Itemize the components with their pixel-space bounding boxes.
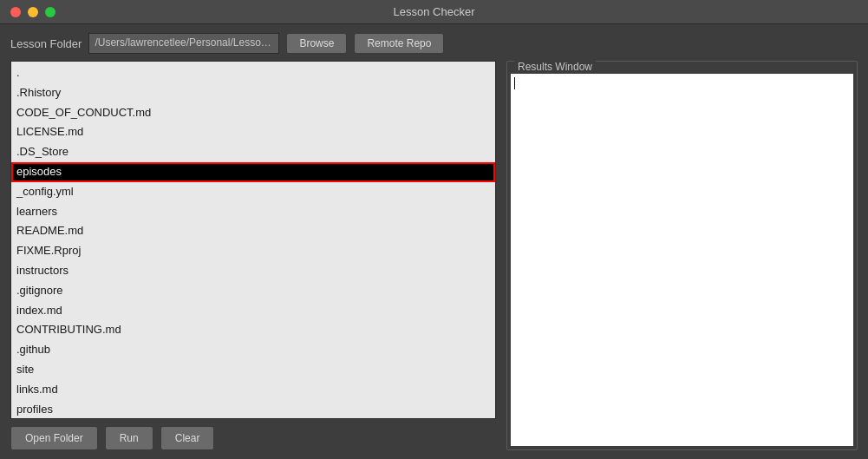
list-item[interactable]: LICENSE.md xyxy=(11,122,495,142)
list-item[interactable]: learners xyxy=(11,202,495,222)
browse-button[interactable]: Browse xyxy=(286,33,347,54)
panels: ..RhistoryCODE_OF_CONDUCT.mdLICENSE.md.D… xyxy=(10,61,858,450)
file-list-container: ..RhistoryCODE_OF_CONDUCT.mdLICENSE.md.D… xyxy=(10,61,496,419)
list-item[interactable]: episodes xyxy=(11,162,495,182)
text-cursor xyxy=(514,77,515,89)
title-bar: Lesson Checker xyxy=(0,0,868,24)
close-button[interactable] xyxy=(10,7,21,17)
left-panel: ..RhistoryCODE_OF_CONDUCT.mdLICENSE.md.D… xyxy=(10,61,496,450)
results-label: Results Window xyxy=(514,61,596,73)
open-folder-button[interactable]: Open Folder xyxy=(10,426,98,450)
right-panel: Results Window xyxy=(506,61,858,450)
results-area[interactable] xyxy=(511,74,853,446)
clear-button[interactable]: Clear xyxy=(160,426,215,450)
list-item[interactable]: .gitignore xyxy=(11,281,495,301)
list-item[interactable]: _config.yml xyxy=(11,182,495,202)
list-item[interactable]: FIXME.Rproj xyxy=(11,241,495,261)
remote-repo-button[interactable]: Remote Repo xyxy=(354,33,444,54)
list-item[interactable]: . xyxy=(11,63,495,83)
folder-path-display: /Users/lawrencetlee/Personal/Lesson Job/… xyxy=(88,33,279,54)
list-item[interactable]: instructors xyxy=(11,261,495,281)
top-bar: Lesson Folder /Users/lawrencetlee/Person… xyxy=(10,33,858,54)
list-item[interactable]: .Rhistory xyxy=(11,83,495,103)
list-item[interactable]: CONTRIBUTING.md xyxy=(11,320,495,340)
app-title: Lesson Checker xyxy=(394,5,475,18)
list-item[interactable]: site xyxy=(11,360,495,380)
bottom-buttons: Open Folder Run Clear xyxy=(10,426,496,450)
list-item[interactable]: links.md xyxy=(11,380,495,400)
list-item[interactable]: .DS_Store xyxy=(11,142,495,162)
list-item[interactable]: README.md xyxy=(11,221,495,241)
window-controls[interactable] xyxy=(10,7,55,17)
list-item[interactable]: CODE_OF_CONDUCT.md xyxy=(11,103,495,123)
folder-label: Lesson Folder xyxy=(10,37,82,50)
list-item[interactable]: .github xyxy=(11,340,495,360)
minimize-button[interactable] xyxy=(28,7,38,17)
list-item[interactable]: profiles xyxy=(11,400,495,418)
file-list[interactable]: ..RhistoryCODE_OF_CONDUCT.mdLICENSE.md.D… xyxy=(11,62,495,418)
main-content: Lesson Folder /Users/lawrencetlee/Person… xyxy=(0,24,868,459)
run-button[interactable]: Run xyxy=(105,426,153,450)
list-item[interactable]: index.md xyxy=(11,301,495,321)
maximize-button[interactable] xyxy=(45,7,55,17)
